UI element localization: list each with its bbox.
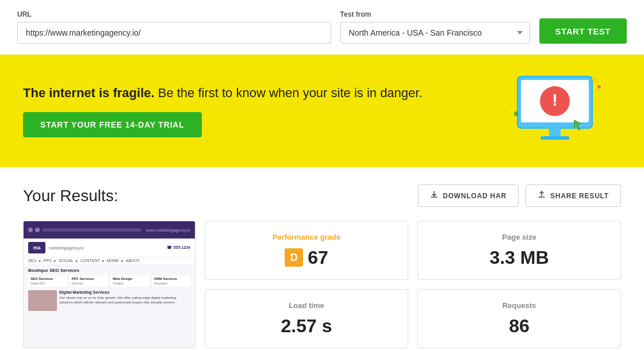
performance-score: 67 bbox=[308, 247, 328, 268]
stat-card-loadtime: Load time 2.57 s bbox=[205, 289, 408, 348]
screenshot-card: www.marketingagency.io ma marketingagenc… bbox=[23, 221, 195, 348]
results-header: Your Results: DOWNLOAD HAR SHARE RESULT bbox=[23, 184, 621, 207]
monitor-svg: ! bbox=[506, 71, 610, 151]
stat-label-loadtime: Load time bbox=[289, 301, 324, 310]
results-section: Your Results: DOWNLOAD HAR SHARE RESULT bbox=[0, 167, 644, 350]
col-4-title: ORM Services bbox=[154, 277, 189, 280]
trial-button[interactable]: START YOUR FREE 14-DAY TRIAL bbox=[23, 112, 202, 137]
start-test-button[interactable]: START TEST bbox=[539, 18, 627, 44]
download-icon bbox=[430, 191, 438, 201]
fake-logo-area: ma marketingagency.io ☎ 555-1234 bbox=[24, 239, 195, 257]
fake-browser-nav: www.marketingagency.io bbox=[24, 221, 195, 239]
test-from-group: Test from North America - USA - San Fran… bbox=[340, 10, 530, 44]
col-1-title: SEO Services bbox=[30, 277, 65, 280]
download-har-button[interactable]: DOWNLOAD HAR bbox=[418, 184, 519, 207]
fake-site-content: Boutique SEO Services SEO Services Digit… bbox=[24, 264, 195, 348]
svg-point-7 bbox=[592, 76, 598, 82]
menu-item-seo: SEO bbox=[28, 259, 37, 263]
share-result-button[interactable]: SHARE RESULT bbox=[526, 184, 621, 207]
svg-point-9 bbox=[514, 111, 519, 116]
fake-col-4: ORM Services Reputation bbox=[152, 275, 191, 287]
fake-col-1: SEO Services Digital SEO bbox=[28, 275, 67, 287]
url-input[interactable] bbox=[17, 22, 331, 44]
banner-paragraph: The internet is fragile. Be the first to… bbox=[23, 84, 494, 102]
monitor-illustration: ! bbox=[494, 71, 621, 151]
nav-dot-1 bbox=[28, 228, 33, 232]
results-title: Your Results: bbox=[23, 187, 118, 205]
stat-card-pagesize: Page size 3.3 MB bbox=[417, 221, 621, 280]
col-3-text: Creative bbox=[113, 282, 147, 285]
menu-sep-3: ▸ bbox=[76, 259, 78, 263]
menu-sep-1: ▸ bbox=[39, 259, 41, 263]
col-1-text: Digital SEO bbox=[30, 282, 65, 285]
url-label: URL bbox=[17, 10, 331, 18]
svg-rect-2 bbox=[549, 128, 561, 136]
menu-item-more: MORE bbox=[107, 259, 119, 263]
download-har-label: DOWNLOAD HAR bbox=[443, 192, 507, 200]
share-icon bbox=[538, 191, 546, 201]
menu-item-about: ABOUT bbox=[126, 259, 140, 263]
fake-article: Digital Marketing Services Our clients r… bbox=[28, 290, 190, 311]
fake-article-content: Digital Marketing Services Our clients r… bbox=[59, 290, 190, 311]
nav-dot-2 bbox=[35, 228, 40, 232]
svg-rect-3 bbox=[540, 136, 569, 140]
stat-label-performance: Performance grade bbox=[273, 233, 341, 241]
test-from-label: Test from bbox=[340, 10, 530, 18]
stat-value-pagesize: 3.3 MB bbox=[489, 247, 549, 268]
fake-site-tagline: marketingagency.io bbox=[49, 246, 167, 250]
menu-sep-4: ▸ bbox=[102, 259, 105, 263]
stat-label-pagesize: Page size bbox=[502, 233, 536, 241]
svg-text:!: ! bbox=[552, 90, 558, 109]
menu-item-ppc: PPC bbox=[44, 259, 52, 263]
banner-text: The internet is fragile. Be the first to… bbox=[23, 84, 494, 138]
fake-article-image bbox=[28, 290, 57, 311]
menu-sep-2: ▸ bbox=[54, 259, 56, 263]
svg-point-8 bbox=[597, 85, 601, 89]
fake-col-2: PPC Services Paid Ads bbox=[70, 275, 109, 287]
col-2-title: PPC Services bbox=[72, 277, 106, 280]
fake-phone: ☎ 555-1234 bbox=[167, 245, 190, 250]
menu-item-content: CONTENT bbox=[80, 259, 100, 263]
stat-value-requests: 86 bbox=[509, 316, 530, 337]
yellow-banner: The internet is fragile. Be the first to… bbox=[0, 55, 644, 167]
stat-card-performance: Performance grade D 67 bbox=[205, 221, 408, 280]
fake-logo: ma bbox=[28, 242, 45, 253]
banner-bold-text: The internet is fragile. bbox=[23, 86, 155, 100]
stat-value-performance: D 67 bbox=[285, 247, 328, 268]
stat-label-requests: Requests bbox=[503, 301, 536, 310]
svg-point-10 bbox=[509, 103, 512, 107]
fake-service-cols: SEO Services Digital SEO PPC Services Pa… bbox=[28, 275, 190, 287]
fake-url-bar: www.marketingagency.io bbox=[144, 228, 190, 232]
fake-col-3: Web Design Creative bbox=[110, 275, 150, 287]
fake-nav-menu: SEO ▸ PPC ▸ SOCIAL ▸ CONTENT ▸ MORE ▸ AB… bbox=[24, 257, 195, 264]
menu-sep-5: ▸ bbox=[121, 259, 124, 263]
top-bar: URL Test from North America - USA - San … bbox=[0, 0, 644, 55]
stats-grid: Performance grade D 67 Page size 3.3 MB … bbox=[205, 221, 621, 348]
stat-card-requests: Requests 86 bbox=[417, 289, 621, 348]
url-group: URL bbox=[17, 10, 331, 44]
grade-badge: D bbox=[285, 248, 303, 267]
fake-article-text: Our clients rely on us for their growth.… bbox=[59, 295, 190, 305]
col-4-text: Reputation bbox=[154, 282, 189, 285]
col-3-title: Web Design bbox=[113, 277, 147, 280]
test-from-select[interactable]: North America - USA - San Francisco Euro… bbox=[340, 22, 530, 44]
screenshot-inner: www.marketingagency.io ma marketingagenc… bbox=[24, 221, 195, 348]
nav-bar bbox=[42, 228, 141, 232]
menu-item-social: SOCIAL bbox=[59, 259, 74, 263]
share-result-label: SHARE RESULT bbox=[550, 192, 609, 200]
col-2-text: Paid Ads bbox=[72, 282, 106, 285]
action-buttons: DOWNLOAD HAR SHARE RESULT bbox=[418, 184, 621, 207]
fake-article-title: Digital Marketing Services bbox=[59, 290, 190, 294]
fake-page-title: Boutique SEO Services bbox=[28, 268, 190, 273]
stat-value-loadtime: 2.57 s bbox=[281, 316, 332, 337]
banner-rest-text: Be the first to know when your site is i… bbox=[158, 86, 423, 100]
results-grid: www.marketingagency.io ma marketingagenc… bbox=[23, 221, 621, 348]
